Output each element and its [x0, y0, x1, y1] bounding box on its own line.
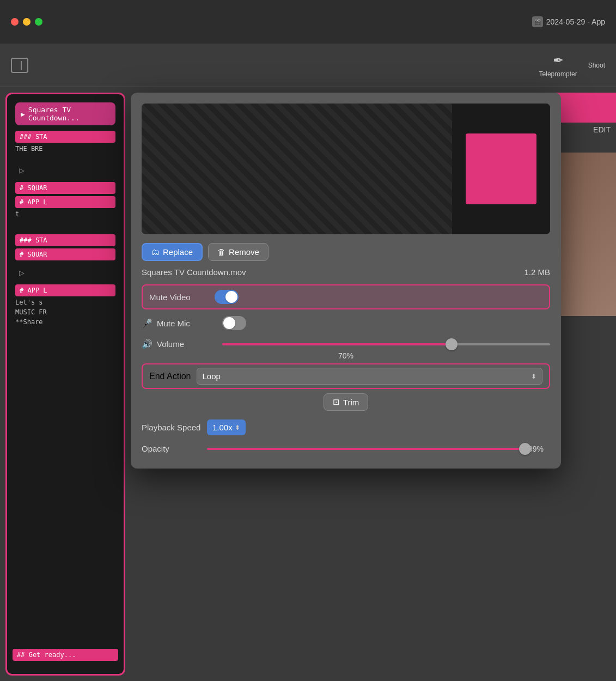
close-button[interactable]: [11, 18, 19, 26]
media-settings-modal: 🗂 Replace 🗑 Remove Squares TV Countdown.…: [131, 93, 561, 469]
opacity-slider-thumb[interactable]: [519, 443, 531, 455]
mute-video-knob: [225, 291, 237, 303]
volume-value: 70%: [338, 351, 353, 360]
app-title: 🎬 2024-05-29 - App: [521, 16, 616, 27]
replace-icon: 🗂: [151, 247, 160, 257]
panel-text-5: t: [15, 210, 115, 218]
panel-text-12: ## Get ready...: [13, 649, 118, 661]
remove-button[interactable]: 🗑 Remove: [208, 243, 269, 261]
remove-label: Remove: [229, 247, 259, 257]
opacity-slider-container: [207, 448, 528, 450]
volume-value-row: 70%: [142, 351, 550, 360]
trim-row: ⊡ Trim: [142, 393, 550, 411]
trim-label: Trim: [343, 398, 359, 407]
mute-mic-row: 🎤 Mute Mic: [142, 312, 550, 335]
panel-text-10: MUSIC FR: [15, 308, 115, 316]
shoot-button[interactable]: Shoot: [588, 62, 605, 69]
panel-text-1: ### STA: [15, 131, 115, 143]
trash-icon: 🗑: [217, 247, 225, 257]
replace-label: Replace: [163, 247, 193, 257]
app-icon: 🎬: [532, 16, 543, 27]
speed-chevron-icon: ⬍: [235, 424, 240, 431]
mute-video-toggle[interactable]: [215, 290, 239, 304]
mute-video-label: Mute Video: [149, 293, 215, 302]
playback-speed-value: 1.00x: [212, 423, 233, 432]
panel-text-3: # SQUAR: [15, 182, 115, 194]
teleprompter-label: Teleprompter: [539, 70, 577, 78]
video-header-title: Squares TV Countdown...: [28, 106, 110, 122]
pink-square: [466, 133, 536, 204]
replace-button[interactable]: 🗂 Replace: [142, 243, 203, 261]
trim-icon: ⊡: [333, 397, 340, 407]
panel-text-7: # SQUAR: [15, 248, 115, 260]
playback-speed-label: Playback Speed: [142, 423, 207, 432]
panel-text-4: # APP L: [15, 196, 115, 208]
video-preview: [142, 104, 550, 234]
playback-speed-select[interactable]: 1.00x ⬍: [207, 419, 246, 435]
opacity-slider-track[interactable]: [207, 448, 528, 450]
toolbar: ✒ Teleprompter Shoot: [0, 44, 616, 87]
playback-speed-row: Playback Speed 1.00x ⬍: [142, 415, 550, 440]
trim-button[interactable]: ⊡ Trim: [324, 393, 368, 411]
panel-text-8: # APP L: [15, 284, 115, 296]
teleprompter-panel: ▶ Squares TV Countdown... ### STA THE BR…: [5, 93, 125, 676]
chevron-updown-icon: ⬍: [531, 373, 536, 380]
play-button[interactable]: ▷: [15, 163, 28, 177]
toolbar-right: ✒ Teleprompter Shoot: [539, 53, 605, 78]
shoot-label: Shoot: [588, 62, 605, 69]
end-action-row: End Action Loop ⬍: [142, 363, 550, 389]
panel-text-9: Let's s: [15, 299, 115, 306]
sidebar-toggle-icon: [17, 61, 22, 70]
volume-slider-track[interactable]: [222, 343, 550, 345]
minimize-button[interactable]: [23, 18, 31, 26]
volume-slider-container: [222, 343, 550, 345]
sidebar-toggle-button[interactable]: [11, 58, 28, 73]
volume-icon: 🔊: [142, 339, 153, 349]
panel-top: ▶ Squares TV Countdown... ### STA THE BR…: [15, 102, 115, 153]
video-right-area: [452, 104, 550, 234]
play-button-2[interactable]: ▷: [15, 266, 28, 279]
mute-mic-knob: [223, 317, 235, 329]
mute-mic-toggle[interactable]: [222, 316, 246, 330]
end-action-label: End Action: [149, 372, 191, 381]
teleprompter-button[interactable]: ✒ Teleprompter: [539, 53, 577, 78]
panel-text-6: ### STA: [15, 234, 115, 246]
panel-text-2: THE BRE: [15, 145, 115, 153]
panel-section-2: ### STA # SQUAR ▷ # APP L Let's s MUSIC …: [15, 234, 115, 326]
opacity-value: 99%: [528, 445, 550, 453]
volume-row: 🔊 Volume: [142, 335, 550, 354]
action-buttons-row: 🗂 Replace 🗑 Remove: [142, 243, 550, 261]
traffic-lights: [11, 18, 42, 26]
video-header-button[interactable]: ▶ Squares TV Countdown...: [15, 102, 115, 125]
mute-video-row: Mute Video: [142, 284, 550, 309]
end-action-value: Loop: [203, 372, 221, 381]
file-name: Squares TV Countdown.mov: [142, 267, 246, 277]
end-action-select[interactable]: Loop ⬍: [197, 368, 543, 385]
teleprompter-icon: ✒: [553, 53, 564, 68]
maximize-button[interactable]: [35, 18, 42, 26]
title-bar: 🎬 2024-05-29 - App: [0, 0, 616, 44]
opacity-row: Opacity 99%: [142, 440, 550, 458]
title-bar-right: 🎬 2024-05-29 - App: [521, 0, 616, 44]
mic-icon: 🎤: [142, 318, 153, 329]
volume-label: Volume: [157, 339, 222, 349]
video-play-icon: ▶: [21, 110, 25, 118]
main-area: ▶ Squares TV Countdown... ### STA THE BR…: [0, 87, 616, 681]
file-size: 1.2 MB: [524, 267, 550, 277]
video-left-area: [142, 104, 452, 234]
opacity-label: Opacity: [142, 444, 207, 453]
mute-mic-label: Mute Mic: [157, 319, 222, 328]
file-info-row: Squares TV Countdown.mov 1.2 MB: [142, 267, 550, 277]
panel-text-11: **Share: [15, 318, 115, 326]
volume-slider-thumb[interactable]: [446, 338, 458, 350]
edit-label: EDIT: [593, 125, 611, 134]
panel-bottom: ## Get ready...: [13, 647, 118, 663]
